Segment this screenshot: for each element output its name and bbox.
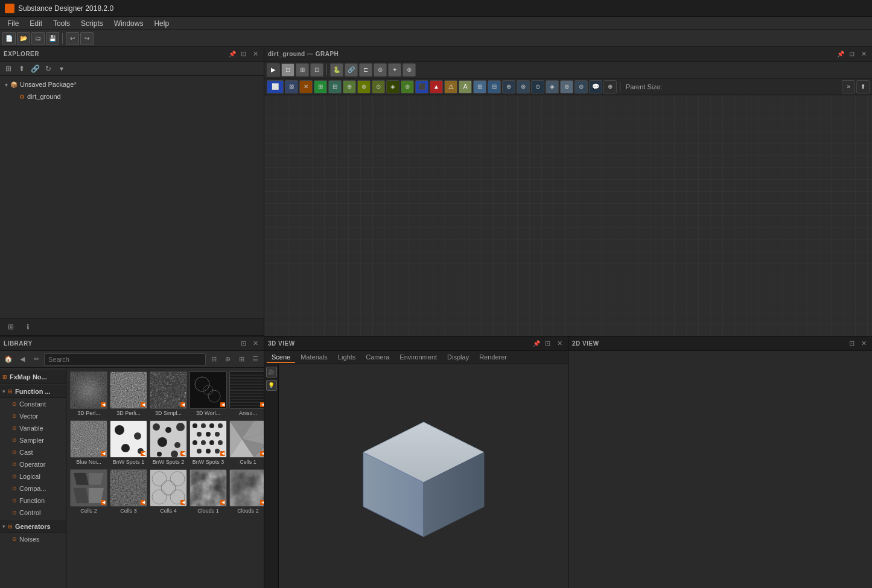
node-type-13[interactable]: ⚠ [444,80,457,93]
thumb-cells4[interactable]: ◀ Cells 4 [150,469,187,514]
tree-graph[interactable]: ⚙ dirt_ground [2,90,261,103]
node-type-4[interactable]: ⊞ [314,80,327,93]
tab-materials[interactable]: Materials [296,352,333,363]
thumb-bnw-spots3[interactable]: ◀ BnW Spots 3 [189,420,227,466]
tab-scene[interactable]: Scene [267,352,295,363]
info-detail[interactable]: ℹ [22,321,34,333]
explorer-new[interactable]: ⊞ [2,63,14,75]
function-header[interactable]: ▾ ⊞ Function ... [0,385,66,398]
graph-btn-3[interactable]: ⊞ [296,63,309,77]
menu-help[interactable]: Help [149,18,174,29]
graph-btn-5[interactable]: 🐍 [330,63,343,77]
node-type-15[interactable]: ⊞ [473,80,486,93]
cam-tool[interactable]: 🎥 [266,367,277,378]
lib-constant[interactable]: ⊙ Constant [0,398,66,410]
lib-function[interactable]: ⊙ Function [0,495,66,507]
lib-operator[interactable]: ⊙ Operator [0,458,66,470]
node-type-24[interactable]: ⊕ [603,80,617,93]
node-type-10[interactable]: ⊛ [401,80,414,93]
menu-file[interactable]: File [2,18,24,29]
thumb-3d-perli[interactable]: ◀ 3D Perli... [110,371,147,417]
view-3d-float[interactable]: ⊡ [543,339,552,349]
menu-tools[interactable]: Tools [48,18,75,29]
node-type-1[interactable]: ⬜ [267,80,284,93]
info-grid[interactable]: ⊞ [5,321,17,333]
open-btn[interactable]: 📂 [17,32,30,45]
node-type-12[interactable]: ▲ [430,80,443,93]
tree-package[interactable]: ▾ 📦 Unsaved Package* [2,78,261,90]
node-type-21[interactable]: ⊛ [560,80,573,93]
new-btn[interactable]: 📄 [2,32,16,45]
graph-btn-8[interactable]: ⊚ [374,63,387,77]
lib-logical[interactable]: ⊙ Logical [0,470,66,482]
library-float[interactable]: ⊡ [238,339,248,349]
graph-pin[interactable]: 📌 [837,51,844,57]
explorer-link[interactable]: 🔗 [29,63,41,75]
lib-home[interactable]: 🏠 [2,353,14,365]
lib-grid-view[interactable]: ⊞ [235,353,247,365]
redo-btn[interactable]: ↪ [80,32,94,45]
node-type-17[interactable]: ⊕ [502,80,515,93]
graph-export[interactable]: ⬆ [856,80,870,93]
graph-btn-9[interactable]: ✦ [388,63,401,77]
view-2d-content[interactable] [568,351,872,588]
graph-close[interactable]: ✕ [859,49,868,59]
thumb-blue-noise[interactable]: ◀ Blue Noi... [70,420,107,466]
menu-edit[interactable]: Edit [25,18,47,29]
thumb-3d-simpl[interactable]: ◀ 3D Simpl... [150,371,187,417]
tab-camera[interactable]: Camera [361,352,394,363]
light-tool[interactable]: 💡 [266,380,277,391]
thumb-bnw-spots1[interactable]: ◀ BnW Spots 1 [110,420,147,466]
cube-viewport[interactable] [279,364,568,588]
thumb-bnw-spots2[interactable]: ◀ BnW Spots 2 [150,420,187,466]
node-type-9[interactable]: ◈ [386,80,399,93]
graph-btn-6[interactable]: 🔗 [345,63,358,77]
lib-filter[interactable]: ⊟ [208,353,220,365]
tab-lights[interactable]: Lights [333,352,360,363]
node-type-11[interactable]: ⬛ [415,80,428,93]
node-type-2[interactable]: ⊠ [285,80,298,93]
node-type-23[interactable]: 💬 [589,80,602,93]
thumb-cells1[interactable]: ◀ Cells 1 [229,420,264,466]
node-type-19[interactable]: ⊙ [531,80,544,93]
explorer-refresh[interactable]: ↻ [42,63,54,75]
menu-windows[interactable]: Windows [109,18,148,29]
thumb-aniso[interactable]: ◀ Aniso... [229,371,264,417]
lib-noises[interactable]: ⊙ Noises [0,533,66,545]
node-type-7[interactable]: ⊗ [357,80,371,93]
lib-sampler[interactable]: ⊙ Sampler [0,434,66,446]
node-type-3[interactable]: ✕ [299,80,313,93]
thumb-clouds2[interactable]: ◀ Clouds 2 [229,469,264,514]
lib-vector[interactable]: ⊙ Vector [0,410,66,422]
lib-back[interactable]: ◀ [16,353,28,365]
lib-list-view[interactable]: ☰ [249,353,261,365]
lib-cast[interactable]: ⊙ Cast [0,446,66,458]
view-2d-close[interactable]: ✕ [859,339,868,349]
graph-btn-7[interactable]: ⊏ [359,63,372,77]
explorer-close[interactable]: ✕ [250,49,260,59]
graph-btn-10[interactable]: ⊛ [403,63,416,77]
node-type-16[interactable]: ⊟ [488,80,501,93]
node-type-18[interactable]: ⊗ [517,80,530,93]
explorer-pin[interactable]: 📌 [229,51,236,57]
lib-compa[interactable]: ⊙ Compa... [0,482,66,495]
lib-variable[interactable]: ⊙ Variable [0,422,66,434]
node-type-6[interactable]: ⊕ [343,80,356,93]
node-type-22[interactable]: ⊜ [574,80,588,93]
library-search[interactable] [44,353,206,365]
thumb-cells3[interactable]: ◀ Cells 3 [110,469,147,514]
graph-btn-4[interactable]: ⊡ [310,63,323,77]
explorer-more[interactable]: ▾ [56,63,68,75]
tab-renderer[interactable]: Renderer [474,352,512,363]
save-btn[interactable]: 💾 [46,32,59,45]
graph-float[interactable]: ⊡ [847,49,856,59]
node-type-5[interactable]: ⊟ [328,80,342,93]
explorer-import[interactable]: ⬆ [16,63,28,75]
lib-control[interactable]: ⊙ Control [0,507,66,519]
lib-edit[interactable]: ✏ [30,353,42,365]
open-recent-btn[interactable]: 🗂 [31,32,45,45]
view-2d-float[interactable]: ⊡ [847,339,856,349]
library-close[interactable]: ✕ [250,339,260,349]
undo-btn[interactable]: ↩ [66,32,79,45]
explorer-float[interactable]: ⊡ [238,49,248,59]
